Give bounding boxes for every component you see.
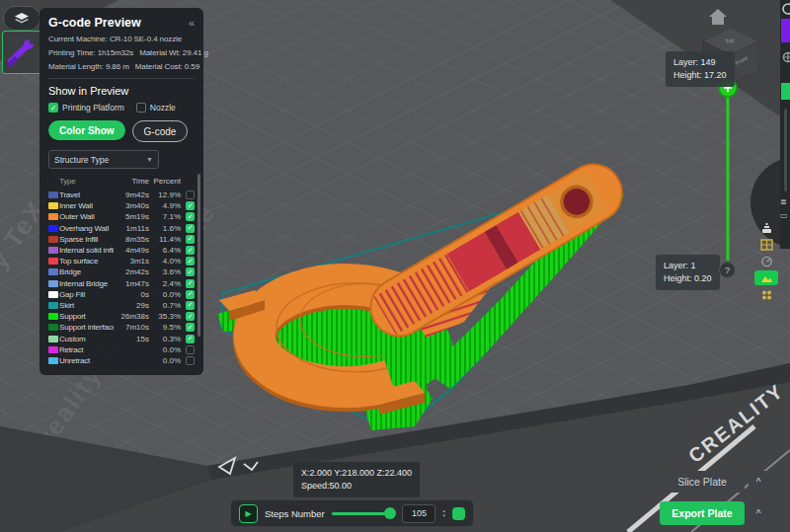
type-color-swatch (48, 258, 58, 265)
filament-color-green[interactable] (781, 83, 790, 100)
table-row: Overhang Wall1m11s1.6%✓ (48, 223, 195, 234)
visibility-checkbox[interactable]: ✓ (186, 312, 195, 321)
collapse-panel-icon[interactable]: « (189, 17, 195, 29)
visibility-checkbox[interactable]: ✓ (186, 323, 195, 332)
loop-toggle-icon[interactable] (452, 507, 465, 520)
type-color-swatch (48, 236, 58, 243)
help-icon[interactable]: ? (719, 262, 736, 278)
height-top-value: Height: 17.20 (673, 69, 727, 82)
visibility-checkbox[interactable] (186, 190, 195, 199)
panel-scrollbar[interactable] (784, 109, 787, 191)
table-scrollbar[interactable] (198, 174, 200, 337)
chevron-down-icon: ▼ (146, 156, 153, 163)
gcode-preview-panel: G-code Preview « Current Machine: CR-10 … (40, 8, 203, 375)
preview-list-tool-icon[interactable] (754, 220, 778, 235)
plate-thumbnail[interactable]: 1 (2, 31, 41, 74)
type-name: Skirt (59, 301, 114, 310)
type-name: Support (59, 312, 114, 321)
box-icon[interactable]: ▭ (780, 211, 788, 220)
visibility-checkbox[interactable] (186, 345, 195, 354)
settings-wheel-icon[interactable] (780, 51, 790, 63)
material-length: Material Length: 9.86 m (48, 62, 129, 71)
type-percent: 6.4% (149, 246, 181, 255)
type-time: 1m11s (114, 224, 149, 233)
visibility-checkbox[interactable]: ✓ (186, 301, 195, 310)
divider (48, 78, 195, 79)
slice-plate-button[interactable]: Slice Plate (660, 471, 745, 493)
model-thumbnail-icon (3, 32, 40, 71)
speed-gauge-tool-icon[interactable] (754, 254, 778, 268)
table-row: Custom15s0.3%✓ (48, 333, 195, 343)
table-row: Internal solid infill4m49s6.4%✓ (48, 245, 195, 256)
visibility-checkbox[interactable]: ✓ (186, 246, 195, 255)
type-time: 4m49s (114, 246, 149, 255)
table-row: Travel9m42s12.9% (48, 190, 195, 200)
export-options-caret[interactable]: ^ (749, 501, 768, 525)
sliders-icon[interactable]: ≣ (780, 197, 787, 206)
visibility-checkbox[interactable]: ✓ (186, 257, 195, 266)
home-view-icon[interactable] (707, 8, 729, 26)
col-time: Time (114, 177, 149, 186)
seam-paint-tool-icon[interactable] (754, 287, 778, 302)
layer-slider[interactable] (715, 77, 745, 274)
col-percent: Percent (149, 177, 181, 186)
type-color-swatch (48, 324, 58, 331)
steps-slider[interactable] (332, 507, 396, 519)
layers-icon (14, 12, 30, 26)
preview-checkbox[interactable]: ✓Printing Platform (48, 103, 124, 113)
type-name: Overhang Wall (59, 224, 114, 233)
type-name: Travel (59, 190, 114, 199)
type-color-swatch (48, 313, 58, 320)
preview-mode-button[interactable] (3, 6, 40, 31)
structure-type-value: Structure Type (54, 155, 109, 165)
visibility-checkbox[interactable]: ✓ (186, 290, 195, 299)
material-weight: Material Wt: 29.41 g (139, 48, 208, 57)
type-name: Internal Bridge (59, 279, 114, 288)
type-time: 29s (114, 301, 149, 310)
visibility-checkbox[interactable]: ✓ (186, 212, 195, 221)
gcode-button[interactable]: G-code (132, 120, 189, 142)
type-color-swatch (48, 191, 58, 198)
visibility-checkbox[interactable]: ✓ (186, 224, 195, 233)
stepper-down-icon: ▾ (442, 513, 445, 518)
slice-options-caret[interactable]: ^ (749, 471, 768, 493)
steps-stepper[interactable]: ▴ ▾ (442, 508, 445, 518)
visibility-checkbox[interactable]: ✓ (186, 235, 195, 244)
type-name: Support interface (59, 323, 114, 332)
visibility-checkbox[interactable]: ✓ (186, 201, 195, 210)
type-name: Outer Wall (59, 212, 114, 221)
steps-slider-handle[interactable] (384, 507, 396, 519)
visibility-checkbox[interactable] (186, 356, 195, 365)
filament-color-purple[interactable] (781, 19, 790, 42)
filament-panel-edge: ≣ ▭ (780, 0, 790, 249)
type-name: Gap Fill (59, 290, 114, 299)
type-color-swatch (48, 336, 58, 342)
type-percent: 0.7% (149, 301, 181, 310)
preview-checkbox[interactable]: Nozzle (136, 103, 176, 113)
visibility-checkbox[interactable]: ✓ (186, 335, 195, 343)
steps-number-label: Steps Number (265, 508, 325, 519)
head-speed: Speed:50.00 (301, 480, 412, 493)
checkbox-icon[interactable]: ✓ (48, 103, 58, 113)
support-paint-tool-icon[interactable] (754, 270, 778, 285)
play-button[interactable]: ▶ (239, 504, 258, 523)
visibility-checkbox[interactable]: ✓ (186, 267, 195, 276)
type-name: Retract (59, 345, 114, 354)
table-row: Support interface7m10s9.5%✓ (48, 322, 195, 333)
table-row: Retract0.0% (48, 344, 195, 355)
structure-type-dropdown[interactable]: Structure Type ▼ (48, 150, 159, 169)
export-plate-button[interactable]: Export Plate (660, 501, 745, 525)
type-color-swatch (48, 357, 58, 364)
visibility-checkbox[interactable]: ✓ (186, 279, 195, 288)
table-row: Sparse Infill8m35s11.4%✓ (48, 234, 195, 245)
color-show-button[interactable]: Color Show (48, 120, 125, 140)
steps-value-input[interactable]: 105 (402, 504, 435, 523)
show-in-preview-title: Show in Preview (48, 85, 195, 97)
grid-table-tool-icon[interactable] (754, 237, 778, 252)
table-row: Outer Wall5m19s7.1%✓ (48, 211, 195, 222)
type-time: 0s (114, 290, 149, 299)
type-color-swatch (48, 247, 58, 254)
filament-icon (780, 2, 790, 16)
checkbox-icon[interactable] (136, 103, 146, 113)
app-window: Creality TeX-PEI Plate Creality TeX-PEI … (0, 0, 790, 532)
